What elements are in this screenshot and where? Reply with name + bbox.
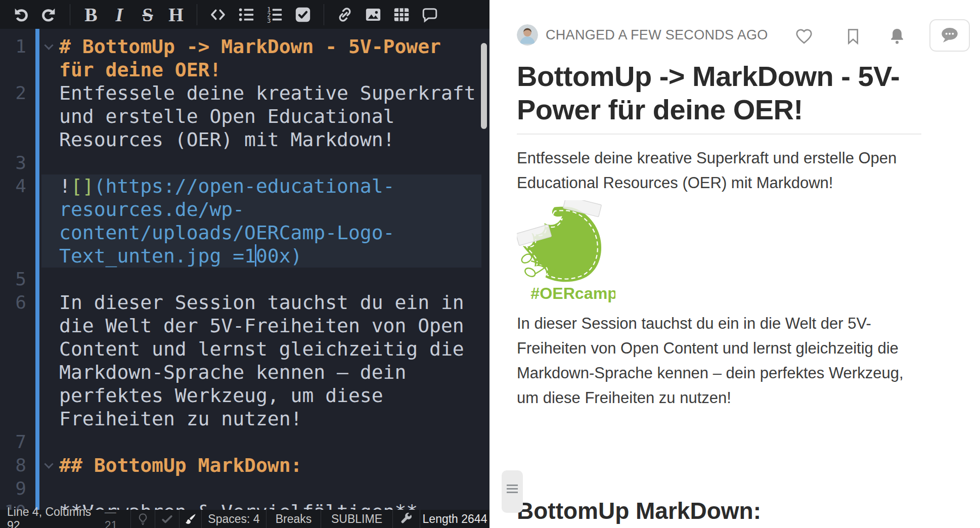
code-text[interactable]: ![](https://open-educational-resources.d… bbox=[59, 174, 479, 268]
favorite-heart-button[interactable] bbox=[794, 26, 814, 46]
title-divider bbox=[517, 134, 921, 135]
editor-line-8: 8## BottomUp MarkDown: bbox=[0, 454, 489, 477]
ordered-list-icon: 123 bbox=[266, 6, 283, 23]
cursor-position: Line 4, Columns 92— 21 bbox=[0, 510, 130, 528]
line-number: 1 bbox=[0, 35, 26, 58]
undo-button[interactable] bbox=[9, 3, 32, 26]
editor-line-2: 2Entfessele deine kreative Superkraft un… bbox=[0, 81, 489, 151]
editor-lines: 1# BottomUp -> MarkDown - 5V-Power für d… bbox=[0, 29, 489, 510]
editor-scrollbar-thumb[interactable] bbox=[481, 43, 487, 129]
comment-button[interactable] bbox=[418, 3, 441, 26]
preview-body: BottomUp -> MarkDown - 5V-Power für dein… bbox=[489, 0, 980, 528]
logo-caption: #OERcamp bbox=[530, 284, 615, 302]
italic-button[interactable]: I bbox=[108, 3, 131, 26]
strikethrough-button[interactable]: S bbox=[136, 3, 159, 26]
link-button[interactable] bbox=[333, 3, 357, 26]
line-number: 6 bbox=[0, 291, 26, 314]
ordered-list-button[interactable]: 123 bbox=[263, 3, 286, 26]
check-square-button[interactable] bbox=[291, 3, 315, 26]
bold-button[interactable]: B bbox=[79, 3, 103, 26]
fold-chevron-icon[interactable] bbox=[44, 40, 53, 50]
keymap-setting[interactable]: SUBLIME bbox=[321, 510, 392, 528]
undo-icon bbox=[12, 6, 29, 23]
preview-title: BottomUp -> MarkDown - 5V-Power für dein… bbox=[517, 60, 921, 126]
check-square-icon bbox=[294, 6, 311, 23]
image-icon bbox=[365, 6, 382, 23]
code-icon bbox=[209, 6, 227, 23]
line-number: 7 bbox=[0, 430, 26, 454]
indent-setting[interactable]: Spaces: 4 bbox=[201, 510, 266, 528]
preview-paragraph-2: In dieser Session tauchst du ein in die … bbox=[517, 311, 921, 410]
editor-pane: BISH123 1# BottomUp -> MarkDown - 5V-Pow… bbox=[0, 0, 489, 528]
strikethrough-icon: S bbox=[142, 5, 153, 24]
line-number: 8 bbox=[0, 454, 26, 477]
heart-icon bbox=[794, 26, 814, 46]
oercamp-logo-image: #OERcamp bbox=[517, 200, 615, 304]
bookmark-icon bbox=[843, 27, 863, 46]
notifications-bell-button[interactable] bbox=[887, 27, 907, 46]
toolbar: BISH123 bbox=[0, 0, 489, 29]
comments-button[interactable] bbox=[929, 19, 970, 52]
link-icon bbox=[336, 6, 353, 23]
code-text[interactable]: In dieser Session tauchst du ein in die … bbox=[59, 291, 479, 430]
toolbar-group: BISH bbox=[70, 4, 197, 25]
spellcheck-check-icon[interactable] bbox=[155, 510, 179, 528]
doc-length: Length 2644 bbox=[420, 510, 489, 528]
hamburger-icon bbox=[502, 485, 523, 493]
table-button[interactable] bbox=[390, 3, 413, 26]
line-number: 4 bbox=[0, 174, 26, 198]
comment-icon bbox=[421, 6, 438, 23]
fold-chevron-icon[interactable] bbox=[44, 459, 53, 468]
line-number: 2 bbox=[0, 81, 26, 105]
code-area[interactable]: 1# BottomUp -> MarkDown - 5V-Power für d… bbox=[0, 29, 489, 510]
toolbar-group: 123 bbox=[197, 4, 324, 25]
editor-line-3: 3 bbox=[0, 151, 489, 174]
toolbar-group bbox=[324, 4, 451, 25]
bold-icon: B bbox=[84, 5, 97, 24]
preview-pane: CHANGED A FEW SECONDS AGO BottomUp -> Ma… bbox=[489, 0, 980, 528]
cursor-position-label: Line 4, Columns 92 bbox=[7, 505, 101, 528]
editor-line-1: 1# BottomUp -> MarkDown - 5V-Power für d… bbox=[0, 35, 489, 81]
bookmark-button[interactable] bbox=[843, 27, 863, 46]
changed-timestamp: CHANGED A FEW SECONDS AGO bbox=[546, 27, 768, 43]
heading-button[interactable]: H bbox=[164, 3, 188, 26]
editor-line-6: 6In dieser Session tauchst du ein in die… bbox=[0, 291, 489, 430]
preview-header: CHANGED A FEW SECONDS AGO bbox=[517, 24, 768, 46]
preferences-wrench-icon[interactable] bbox=[392, 510, 420, 528]
heading-icon: H bbox=[168, 5, 184, 24]
toolbar-group bbox=[0, 4, 70, 25]
pane-resize-handle[interactable] bbox=[502, 470, 523, 513]
comment-bubble-icon bbox=[939, 25, 960, 46]
doc-length-label: Length 2644 bbox=[423, 512, 487, 526]
svg-text:3: 3 bbox=[267, 17, 271, 23]
theme-brush-icon[interactable] bbox=[179, 510, 201, 528]
code-text[interactable]: ## BottomUp MarkDown: bbox=[59, 454, 479, 477]
editor-line-9: 9 bbox=[0, 477, 489, 500]
code-text[interactable]: Entfessele deine kreative Superkraft und… bbox=[59, 81, 479, 151]
bell-icon bbox=[887, 27, 907, 46]
redo-button[interactable] bbox=[37, 3, 61, 26]
table-icon bbox=[393, 6, 410, 23]
wrench-icon bbox=[399, 512, 413, 526]
unordered-list-button[interactable] bbox=[235, 3, 258, 26]
cursor-position-secondary: — 21 bbox=[105, 505, 130, 528]
unordered-list-icon bbox=[238, 6, 255, 23]
line-number: 3 bbox=[0, 151, 26, 174]
linebreak-setting-label: Breaks bbox=[276, 512, 312, 526]
preview-paragraph-1: Entfessele deine kreative Superkraft und… bbox=[517, 146, 921, 195]
editor-line-7: 7 bbox=[0, 430, 489, 454]
night-mode-lightbulb-icon[interactable] bbox=[130, 510, 155, 528]
preview-subheading: BottomUp MarkDown: bbox=[517, 498, 921, 523]
italic-icon: I bbox=[116, 5, 123, 24]
line-number: 5 bbox=[0, 268, 26, 291]
line-number: 9 bbox=[0, 477, 26, 500]
status-bar: Line 4, Columns 92— 21Spaces: 4BreaksSUB… bbox=[0, 510, 489, 528]
code-button[interactable] bbox=[206, 3, 230, 26]
code-text[interactable]: # BottomUp -> MarkDown - 5V-Power für de… bbox=[59, 35, 479, 81]
linebreak-setting[interactable]: Breaks bbox=[266, 510, 321, 528]
editor-line-5: 5 bbox=[0, 268, 489, 291]
editor-line-4: 4![](https://open-educational-resources.… bbox=[0, 174, 489, 268]
brush-icon bbox=[184, 512, 197, 526]
image-button[interactable] bbox=[362, 3, 385, 26]
indent-setting-label: Spaces: 4 bbox=[208, 512, 259, 526]
